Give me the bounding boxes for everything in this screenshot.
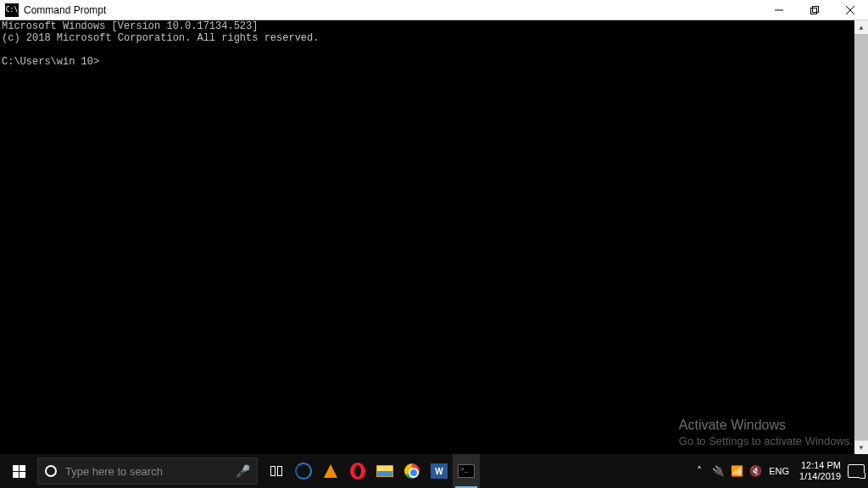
- scroll-down-button[interactable]: ▼: [854, 441, 868, 454]
- maximize-button[interactable]: [797, 0, 832, 20]
- cmd-icon: C:\: [5, 3, 19, 17]
- clock-time: 12:14 PM: [799, 460, 841, 471]
- titlebar[interactable]: C:\ Command Prompt: [0, 0, 868, 20]
- word-icon: W: [431, 463, 448, 479]
- taskview-button[interactable]: [263, 454, 290, 488]
- cmd-task-icon: >_: [458, 464, 475, 478]
- action-center-button[interactable]: [848, 464, 865, 478]
- word-app[interactable]: W: [426, 454, 453, 488]
- close-button[interactable]: [832, 0, 868, 20]
- file-explorer-app[interactable]: [371, 454, 398, 488]
- taskbar: Type here to search 🎤 W >_ ˄ 🔌 📶 🔇 ENG 1…: [0, 454, 868, 488]
- taskview-icon: [270, 466, 282, 476]
- terminal-line: Microsoft Windows [Version 10.0.17134.52…: [2, 20, 258, 32]
- vlc-icon: [324, 464, 337, 478]
- cortana-icon: [45, 465, 57, 477]
- folder-icon: [376, 465, 393, 477]
- opera-icon: [350, 463, 365, 480]
- scrollbar[interactable]: ▲ ▼: [854, 20, 868, 454]
- window-title: Command Prompt: [24, 4, 106, 16]
- terminal[interactable]: Microsoft Windows [Version 10.0.17134.52…: [0, 20, 868, 454]
- window-controls: [761, 0, 868, 19]
- volume-muted-icon[interactable]: 🔇: [747, 465, 764, 477]
- vlc-app[interactable]: [317, 454, 344, 488]
- notification-icon: [848, 464, 865, 478]
- search-placeholder: Type here to search: [65, 465, 163, 478]
- power-icon[interactable]: 🔌: [709, 465, 726, 477]
- start-button[interactable]: [0, 454, 37, 488]
- chrome-icon: [404, 463, 420, 479]
- tray-chevron-up-icon[interactable]: ˄: [691, 465, 708, 477]
- svg-rect-2: [813, 7, 819, 13]
- chrome-app[interactable]: [398, 454, 426, 488]
- cmd-app[interactable]: >_: [453, 454, 480, 488]
- clock[interactable]: 12:14 PM 1/14/2019: [794, 460, 846, 482]
- svg-rect-1: [811, 8, 817, 14]
- language-indicator[interactable]: ENG: [765, 466, 793, 476]
- wifi-icon[interactable]: 📶: [728, 465, 745, 477]
- edge-icon: [295, 463, 312, 480]
- scroll-up-button[interactable]: ▲: [854, 20, 868, 34]
- search-input[interactable]: Type here to search 🎤: [37, 458, 258, 485]
- scroll-thumb[interactable]: [854, 34, 868, 441]
- windows-logo-icon: [13, 464, 25, 477]
- system-tray: ˄ 🔌 📶 🔇 ENG 12:14 PM 1/14/2019: [691, 454, 868, 488]
- minimize-button[interactable]: [761, 0, 797, 20]
- microphone-icon[interactable]: 🎤: [236, 464, 250, 478]
- terminal-line: (c) 2018 Microsoft Corporation. All righ…: [2, 32, 319, 44]
- scroll-track[interactable]: [854, 34, 868, 441]
- clock-date: 1/14/2019: [799, 471, 841, 482]
- terminal-prompt: C:\Users\win 10>: [2, 56, 99, 68]
- opera-app[interactable]: [344, 454, 371, 488]
- edge-app[interactable]: [290, 454, 317, 488]
